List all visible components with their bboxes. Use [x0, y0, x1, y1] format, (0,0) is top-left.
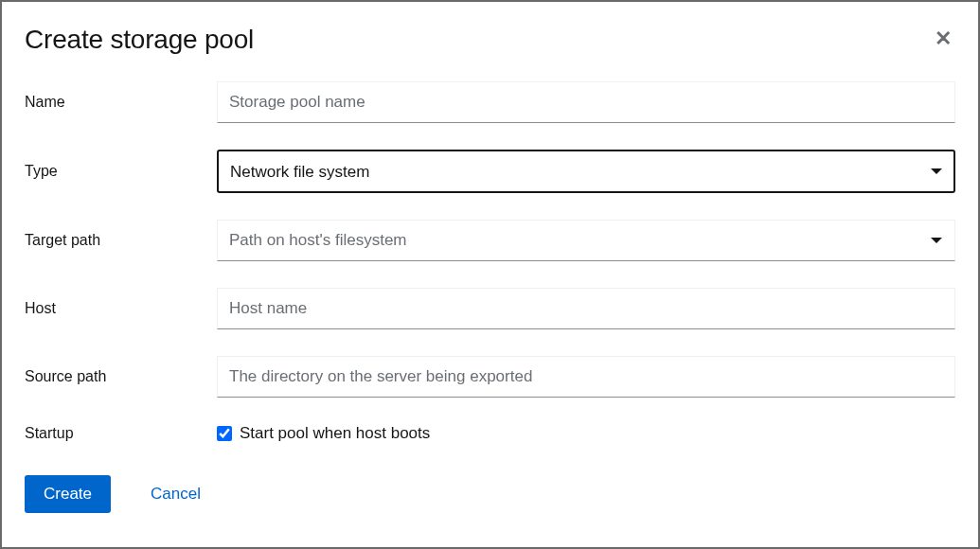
startup-checkbox-label: Start pool when host boots — [240, 424, 430, 443]
name-control — [217, 81, 955, 123]
target-path-control — [217, 220, 955, 261]
form-row-name: Name — [25, 81, 955, 123]
type-label: Type — [25, 163, 217, 180]
close-icon[interactable]: ✕ — [931, 25, 955, 53]
type-control: Network file system — [217, 150, 955, 193]
form-row-type: Type Network file system — [25, 150, 955, 193]
type-select[interactable]: Network file system — [217, 150, 955, 193]
form-row-host: Host — [25, 288, 955, 329]
host-input[interactable] — [217, 288, 955, 329]
name-input[interactable] — [217, 81, 955, 123]
target-path-label: Target path — [25, 232, 217, 249]
cancel-button[interactable]: Cancel — [151, 485, 201, 504]
modal-title: Create storage pool — [25, 25, 254, 55]
startup-label: Startup — [25, 425, 217, 442]
form-row-startup: Startup Start pool when host boots — [25, 424, 955, 443]
source-path-control — [217, 356, 955, 398]
host-control — [217, 288, 955, 329]
startup-control: Start pool when host boots — [217, 424, 955, 443]
create-storage-pool-modal: Create storage pool ✕ Name Type Network … — [2, 2, 978, 547]
source-path-input[interactable] — [217, 356, 955, 398]
modal-footer: Create Cancel — [25, 475, 955, 513]
name-label: Name — [25, 94, 217, 111]
form-row-source-path: Source path — [25, 356, 955, 398]
target-path-input[interactable] — [217, 220, 955, 261]
create-button[interactable]: Create — [25, 475, 111, 513]
startup-checkbox[interactable] — [217, 426, 232, 441]
modal-header: Create storage pool ✕ — [25, 25, 955, 55]
source-path-label: Source path — [25, 368, 217, 385]
form-row-target-path: Target path — [25, 220, 955, 261]
host-label: Host — [25, 300, 217, 317]
